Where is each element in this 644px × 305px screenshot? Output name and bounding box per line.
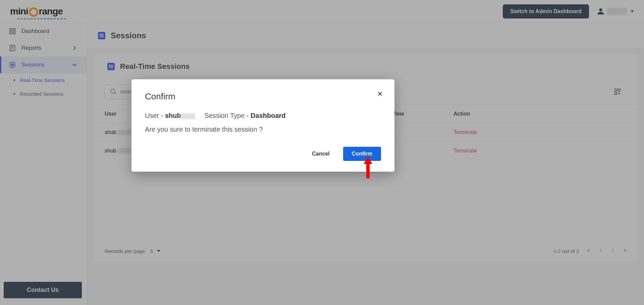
type-value: Dashboard [251, 112, 285, 119]
cancel-button[interactable]: Cancel [304, 147, 337, 161]
confirm-modal: Confirm User - shub Session Type - Dashb… [131, 79, 394, 172]
modal-info: User - shub Session Type - Dashboard [145, 112, 381, 120]
user-redacted [181, 113, 195, 119]
modal-title: Confirm [145, 91, 381, 102]
close-icon[interactable] [377, 91, 383, 98]
modal-actions: Cancel Confirm [145, 147, 381, 161]
modal-message: Are you sure to terminate this session ? [145, 126, 381, 133]
user-value: shub [165, 112, 181, 119]
confirm-button[interactable]: Confirm [343, 147, 381, 161]
user-label: User - [145, 112, 165, 119]
type-label: Session Type - [205, 112, 251, 119]
